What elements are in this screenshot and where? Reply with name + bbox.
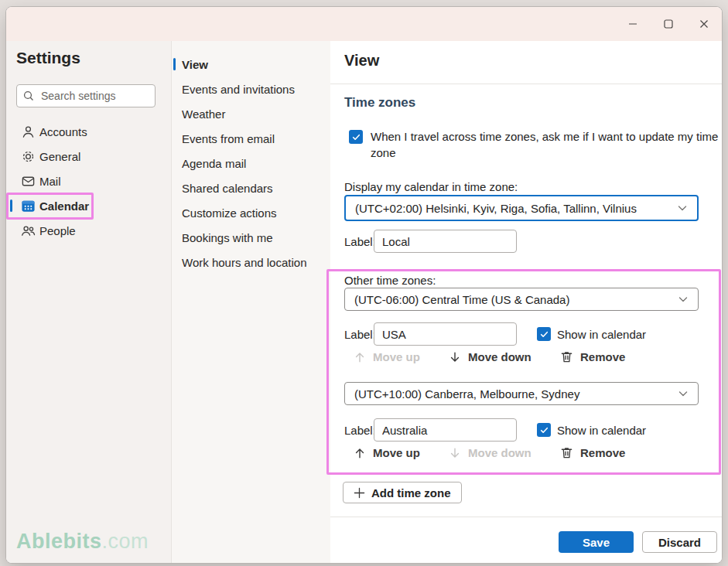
move-up-label: Move up (373, 446, 420, 459)
maximize-button[interactable] (651, 9, 686, 39)
other-timezone-dropdown-2[interactable]: (UTC+10:00) Canberra, Melbourne, Sydney (344, 382, 699, 405)
zone1-move-up-button[interactable]: Move up (354, 350, 420, 363)
person-icon (21, 124, 36, 139)
nav-item-agenda-mail[interactable]: Agenda mail (172, 151, 330, 176)
move-up-label: Move up (373, 350, 420, 363)
zone2-show-in-calendar-checkbox[interactable] (537, 423, 551, 437)
mail-icon (21, 174, 36, 189)
travel-prompt-label: When I travel across time zones, ask me … (371, 128, 719, 161)
nav-item-label: Bookings with me (182, 231, 273, 244)
display-timezone-caption: Display my calendar in time zone: (344, 180, 518, 193)
nav-item-label: Events from email (182, 132, 275, 145)
checkmark-icon (540, 330, 549, 339)
other-timezone-value-1: (UTC-06:00) Central Time (US & Canada) (354, 293, 569, 306)
calendar-icon (21, 199, 36, 213)
people-icon (21, 223, 36, 238)
divider (330, 84, 722, 84)
search-settings-input[interactable] (39, 89, 143, 103)
sidebar-item-general[interactable]: General (6, 144, 171, 169)
close-button[interactable] (686, 9, 722, 39)
chevron-down-icon (677, 203, 688, 213)
nav-item-bookings-with-me[interactable]: Bookings with me (172, 225, 330, 250)
other-timezone-value-2: (UTC+10:00) Canberra, Melbourne, Sydney (354, 387, 579, 401)
nav-item-work-hours-and-location[interactable]: Work hours and location (172, 250, 330, 274)
nav-item-events-and-invitations[interactable]: Events and invitations (172, 77, 330, 101)
window-titlebar (6, 7, 722, 42)
time-zones-heading: Time zones (344, 95, 415, 111)
display-timezone-dropdown[interactable]: (UTC+02:00) Helsinki, Kyiv, Riga, Sofia,… (344, 195, 699, 221)
zone2-label-caption: Label: (344, 424, 376, 437)
save-button[interactable]: Save (559, 531, 634, 553)
minimize-icon (628, 19, 637, 29)
search-icon (23, 90, 34, 101)
sidebar-item-label: Calendar (39, 199, 89, 213)
remove-label: Remove (580, 350, 625, 363)
ablebits-watermark: Ablebits.com (16, 530, 149, 554)
divider (330, 517, 722, 517)
zone2-remove-button[interactable]: Remove (560, 446, 625, 459)
nav-item-label: Customize actions (182, 206, 277, 220)
selected-indicator (10, 199, 12, 212)
zone2-move-up-button[interactable]: Move up (354, 446, 420, 459)
trash-icon (560, 350, 573, 363)
sidebar-item-accounts[interactable]: Accounts (6, 119, 171, 144)
checkmark-icon (540, 426, 549, 435)
chevron-down-icon (678, 294, 689, 305)
search-settings-box[interactable] (16, 84, 156, 107)
zone1-label-caption: Label: (344, 328, 376, 341)
nav-item-label: View (182, 58, 208, 71)
sidebar-nav: Accounts General Mail (6, 119, 171, 243)
sidebar-item-people[interactable]: People (6, 218, 171, 243)
zone2-show-in-calendar-label: Show in calendar (557, 424, 646, 437)
nav-item-label: Events and invitations (182, 83, 295, 96)
watermark-bold: Ablebits (16, 530, 102, 553)
watermark-rest: .com (102, 530, 149, 553)
add-time-zone-button[interactable]: Add time zone (343, 482, 462, 503)
move-down-label: Move down (468, 446, 531, 459)
sidebar-item-label: Accounts (39, 125, 87, 138)
other-timezone-dropdown-1[interactable]: (UTC-06:00) Central Time (US & Canada) (344, 288, 699, 311)
nav-item-label: Weather (182, 107, 225, 121)
settings-window: Settings Accounts General (5, 6, 723, 564)
zone1-label-input[interactable] (374, 322, 517, 346)
arrow-up-icon (354, 351, 366, 363)
sidebar-item-label: Mail (39, 175, 61, 188)
settings-sidebar: Settings Accounts General (6, 41, 172, 563)
other-timezones-caption: Other time zones: (344, 274, 436, 287)
minimize-button[interactable] (615, 9, 651, 39)
zone1-remove-button[interactable]: Remove (560, 350, 625, 363)
sidebar-item-mail[interactable]: Mail (6, 169, 171, 193)
close-icon (699, 19, 709, 29)
nav-item-weather[interactable]: Weather (172, 101, 330, 126)
nav-item-view[interactable]: View (172, 52, 330, 77)
nav-item-events-from-email[interactable]: Events from email (172, 126, 330, 151)
zone1-show-in-calendar-label: Show in calendar (557, 328, 646, 341)
selected-indicator (173, 58, 176, 70)
calendar-settings-nav: View Events and invitations Weather Even… (172, 41, 330, 563)
nav-item-label: Agenda mail (182, 157, 246, 170)
chevron-down-icon (678, 388, 689, 399)
remove-label: Remove (580, 446, 625, 459)
local-label-caption: Label: (344, 235, 376, 248)
arrow-down-icon (449, 447, 461, 459)
view-settings-panel: View Time zones When I travel across tim… (330, 41, 722, 563)
zone1-move-down-button[interactable]: Move down (449, 350, 531, 363)
zone2-move-down-button[interactable]: Move down (449, 446, 531, 459)
sidebar-item-label: People (39, 224, 76, 237)
arrow-up-icon (354, 447, 366, 459)
move-down-label: Move down (468, 350, 531, 363)
nav-item-customize-actions[interactable]: Customize actions (172, 200, 330, 225)
maximize-icon (664, 19, 673, 29)
discard-button[interactable]: Discard (642, 531, 717, 553)
nav-item-label: Shared calendars (182, 182, 273, 195)
add-time-zone-label: Add time zone (371, 486, 451, 500)
checkmark-icon (352, 133, 361, 142)
sidebar-item-label: General (39, 150, 80, 163)
zone1-show-in-calendar-checkbox[interactable] (537, 327, 551, 341)
zone2-label-input[interactable] (374, 418, 517, 442)
nav-item-shared-calendars[interactable]: Shared calendars (172, 176, 330, 200)
travel-prompt-checkbox[interactable] (349, 130, 363, 144)
sidebar-item-calendar[interactable]: Calendar (6, 193, 171, 218)
gear-icon (21, 149, 36, 164)
local-label-input[interactable] (374, 230, 517, 253)
